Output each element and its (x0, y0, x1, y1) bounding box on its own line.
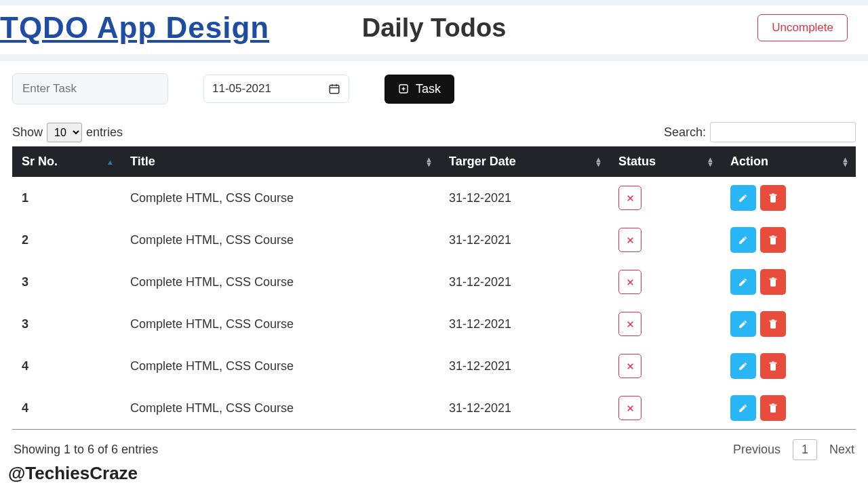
svg-rect-21 (770, 321, 777, 322)
col-srno[interactable]: Sr No.▲ (12, 146, 121, 177)
edit-button[interactable] (730, 311, 756, 337)
cell-action (721, 261, 856, 303)
pencil-icon (738, 235, 749, 245)
svg-rect-9 (770, 195, 777, 196)
next-button[interactable]: Next (829, 443, 854, 457)
edit-button[interactable] (730, 395, 756, 421)
col-title[interactable]: Title▲▼ (121, 146, 439, 177)
cell-action (721, 345, 856, 387)
svg-rect-14 (772, 235, 774, 236)
svg-rect-10 (772, 193, 774, 194)
search-label: Search: (664, 125, 706, 140)
cell-srno: 3 (12, 261, 121, 303)
cell-title: Complete HTML, CSS Course (121, 387, 439, 430)
show-label: Show (12, 125, 43, 140)
trash-icon (768, 277, 778, 287)
close-icon (626, 236, 635, 245)
pencil-icon (738, 403, 749, 413)
search-input[interactable] (710, 122, 856, 142)
close-icon (626, 194, 635, 203)
delete-button[interactable] (760, 269, 786, 295)
status-toggle-button[interactable] (618, 354, 642, 378)
delete-button[interactable] (760, 395, 786, 421)
cell-action (721, 177, 856, 219)
close-icon (626, 278, 635, 287)
table-row: 2 Complete HTML, CSS Course 31-12-2021 (12, 219, 856, 261)
table-row: 3 Complete HTML, CSS Course 31-12-2021 (12, 261, 856, 303)
pencil-icon (738, 192, 749, 203)
trash-icon (768, 319, 778, 329)
cell-title: Complete HTML, CSS Course (121, 177, 439, 219)
edit-button[interactable] (730, 185, 756, 211)
delete-button[interactable] (760, 185, 786, 211)
cell-date: 31-12-2021 (439, 345, 609, 387)
cell-title: Complete HTML, CSS Course (121, 219, 439, 261)
cell-status (609, 387, 721, 430)
close-icon (626, 362, 635, 371)
add-task-button[interactable]: Task (384, 75, 454, 104)
app-title-link[interactable]: TQDO App Design (0, 11, 269, 45)
col-date[interactable]: Targer Date▲▼ (439, 146, 609, 177)
svg-rect-29 (770, 405, 777, 406)
svg-rect-26 (772, 361, 774, 362)
status-toggle-button[interactable] (618, 186, 642, 210)
table-row: 4 Complete HTML, CSS Course 31-12-2021 (12, 387, 856, 430)
cell-title: Complete HTML, CSS Course (121, 345, 439, 387)
watermark: @TechiesCraze (8, 463, 138, 484)
status-toggle-button[interactable] (618, 270, 642, 294)
col-action[interactable]: Action▲▼ (721, 146, 856, 177)
col-status[interactable]: Status▲▼ (609, 146, 721, 177)
page-size-select[interactable]: 10 (47, 123, 82, 142)
edit-button[interactable] (730, 353, 756, 379)
uncomplete-button[interactable]: Uncomplete (757, 14, 848, 41)
cell-title: Complete HTML, CSS Course (121, 303, 439, 345)
cell-status (609, 177, 721, 219)
pencil-icon (738, 319, 749, 329)
pencil-icon (738, 277, 749, 287)
svg-rect-0 (330, 85, 339, 94)
cell-srno: 4 (12, 345, 121, 387)
date-input[interactable]: 11-05-2021 (203, 75, 349, 103)
cell-date: 31-12-2021 (439, 387, 609, 430)
page-number[interactable]: 1 (793, 439, 817, 460)
cell-status (609, 261, 721, 303)
edit-button[interactable] (730, 227, 756, 253)
trash-icon (768, 235, 778, 245)
task-input[interactable] (12, 73, 168, 104)
cell-srno: 3 (12, 303, 121, 345)
cell-action (721, 387, 856, 430)
trash-icon (768, 361, 778, 371)
cell-action (721, 219, 856, 261)
cell-date: 31-12-2021 (439, 303, 609, 345)
delete-button[interactable] (760, 227, 786, 253)
entries-label: entries (86, 125, 123, 140)
add-button-label: Task (416, 82, 441, 96)
table-row: 3 Complete HTML, CSS Course 31-12-2021 (12, 303, 856, 345)
status-toggle-button[interactable] (618, 228, 642, 252)
cell-date: 31-12-2021 (439, 219, 609, 261)
svg-rect-18 (772, 277, 774, 278)
page-title: Daily Todos (362, 14, 507, 43)
status-toggle-button[interactable] (618, 396, 642, 420)
delete-button[interactable] (760, 353, 786, 379)
cell-srno: 2 (12, 219, 121, 261)
cell-date: 31-12-2021 (439, 261, 609, 303)
cell-status (609, 219, 721, 261)
table-row: 1 Complete HTML, CSS Course 31-12-2021 (12, 177, 856, 219)
close-icon (626, 404, 635, 413)
cell-date: 31-12-2021 (439, 177, 609, 219)
delete-button[interactable] (760, 311, 786, 337)
cell-status (609, 303, 721, 345)
cell-status (609, 345, 721, 387)
cell-srno: 4 (12, 387, 121, 430)
trash-icon (768, 403, 778, 413)
status-toggle-button[interactable] (618, 312, 642, 336)
svg-rect-25 (770, 363, 777, 364)
calendar-icon (328, 83, 340, 95)
close-icon (626, 320, 635, 329)
edit-button[interactable] (730, 269, 756, 295)
table-row: 4 Complete HTML, CSS Course 31-12-2021 (12, 345, 856, 387)
prev-button[interactable]: Previous (733, 443, 781, 457)
svg-rect-17 (770, 279, 777, 280)
table-info: Showing 1 to 6 of 6 entries (14, 443, 158, 457)
